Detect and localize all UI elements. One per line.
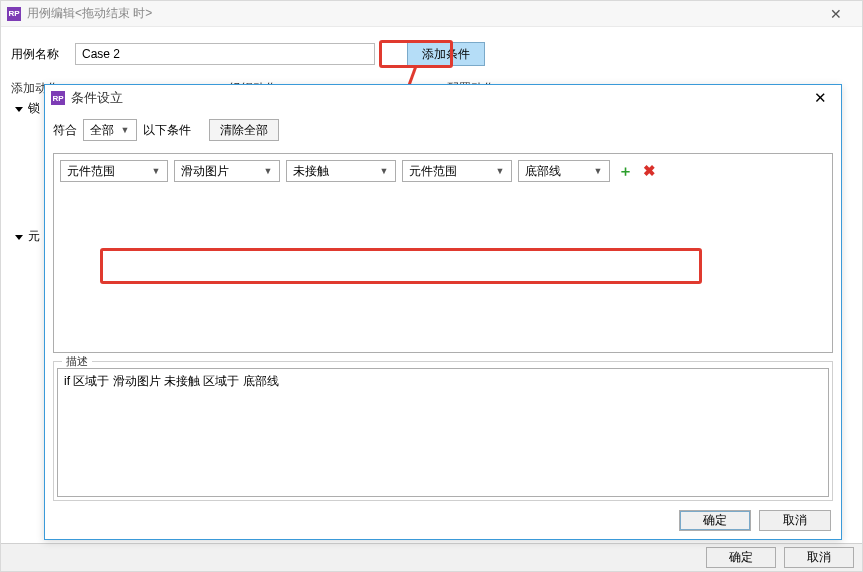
condition-dialog: RP 条件设立 ✕ 符合 全部 ▼ 以下条件 清除全部 元件范围 ▼	[44, 84, 842, 540]
chevron-down-icon: ▼	[591, 164, 605, 178]
outer-ok-button[interactable]: 确定	[706, 547, 776, 568]
dialog-body: 符合 全部 ▼ 以下条件 清除全部 元件范围 ▼ 滑动图片 ▼	[53, 115, 833, 505]
chevron-down-icon: ▼	[261, 164, 275, 178]
outer-cancel-button[interactable]: 取消	[784, 547, 854, 568]
match-type-value: 全部	[90, 122, 114, 139]
dialog-close-button[interactable]: ✕	[805, 87, 835, 109]
window-close-button[interactable]: ✕	[816, 2, 856, 26]
dialog-ok-button[interactable]: 确定	[679, 510, 751, 531]
section-header-1: 锁	[15, 100, 40, 117]
conditions-area: 元件范围 ▼ 滑动图片 ▼ 未接触 ▼ 元件范围 ▼	[53, 153, 833, 353]
cond-field-4-value: 元件范围	[409, 163, 457, 180]
cond-field-5-dropdown[interactable]: 底部线 ▼	[518, 160, 610, 182]
clear-all-button[interactable]: 清除全部	[209, 119, 279, 141]
window-title: 用例编辑<拖动结束 时>	[27, 5, 152, 22]
match-label-suffix: 以下条件	[143, 122, 191, 139]
description-textarea[interactable]	[57, 368, 829, 497]
description-group: 描述	[53, 361, 833, 505]
dialog-footer: 确定 取消	[679, 510, 831, 531]
plus-icon: ＋	[618, 162, 633, 181]
match-label-prefix: 符合	[53, 122, 77, 139]
chevron-down-icon: ▼	[493, 164, 507, 178]
cond-field-3-value: 未接触	[293, 163, 329, 180]
chevron-down-icon: ▼	[118, 123, 132, 137]
add-condition-row-button[interactable]: ＋	[616, 162, 634, 180]
cond-field-2-value: 滑动图片	[181, 163, 229, 180]
section-header-2: 元	[15, 228, 40, 245]
delete-condition-row-button[interactable]: ✖	[640, 162, 658, 180]
outer-footer: 确定 取消	[1, 543, 862, 571]
chevron-down-icon: ▼	[377, 164, 391, 178]
match-type-dropdown[interactable]: 全部 ▼	[83, 119, 137, 141]
cond-field-2-dropdown[interactable]: 滑动图片 ▼	[174, 160, 280, 182]
cond-field-1-dropdown[interactable]: 元件范围 ▼	[60, 160, 168, 182]
dialog-title: 条件设立	[71, 89, 123, 107]
chevron-down-icon: ▼	[149, 164, 163, 178]
cond-field-3-dropdown[interactable]: 未接触 ▼	[286, 160, 396, 182]
condition-row: 元件范围 ▼ 滑动图片 ▼ 未接触 ▼ 元件范围 ▼	[60, 160, 826, 182]
cond-field-5-value: 底部线	[525, 163, 561, 180]
titlebar: RP 用例编辑<拖动结束 时> ✕	[1, 1, 862, 27]
rp-app-icon: RP	[51, 91, 65, 105]
cond-field-4-dropdown[interactable]: 元件范围 ▼	[402, 160, 512, 182]
dialog-cancel-button[interactable]: 取消	[759, 510, 831, 531]
rp-app-icon: RP	[7, 7, 21, 21]
dialog-titlebar: RP 条件设立 ✕	[45, 85, 841, 111]
case-name-input[interactable]	[75, 43, 375, 65]
add-condition-button[interactable]: 添加条件	[407, 42, 485, 66]
description-fieldset: 描述	[53, 361, 833, 501]
case-name-label: 用例名称	[11, 46, 67, 63]
match-row: 符合 全部 ▼ 以下条件 清除全部	[53, 115, 833, 145]
close-icon: ✕	[830, 6, 842, 22]
x-icon: ✖	[643, 162, 656, 180]
description-legend: 描述	[62, 354, 92, 369]
cond-field-1-value: 元件范围	[67, 163, 115, 180]
case-name-row: 用例名称 添加条件	[11, 38, 852, 70]
close-icon: ✕	[814, 89, 827, 107]
